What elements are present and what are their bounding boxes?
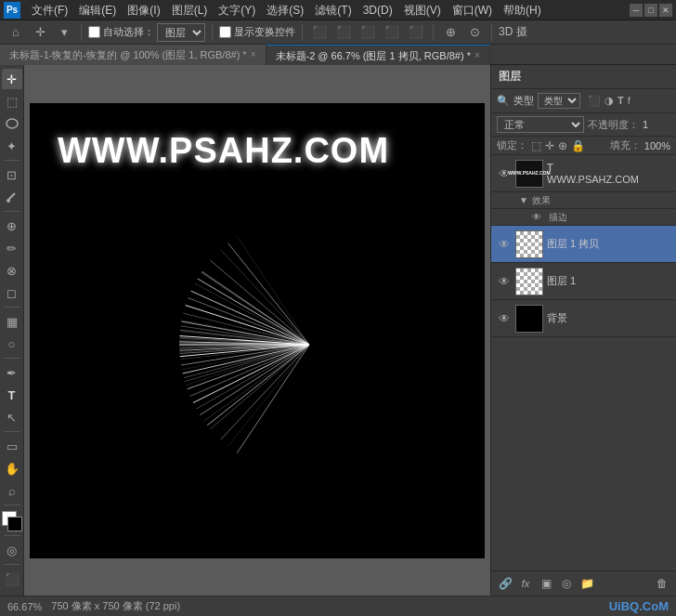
type-filter-dropdown[interactable]: 类型 名称 效果 模式 属性 颜色 [538,93,580,109]
screen-mode-tool[interactable]: ⬛ [2,569,22,589]
gradient-tool[interactable]: ▦ [2,311,22,332]
hand-tool[interactable]: ✋ [2,458,22,478]
filter-adj-icon[interactable]: ◑ [604,95,614,107]
menu-layer[interactable]: 图层(L) [166,0,214,20]
layers-panel-header: 图层 [491,65,676,89]
layer-bg-visibility[interactable]: 👁 [497,311,512,326]
search-icon: 🔍 [497,95,510,107]
lock-checkerboard-icon[interactable]: ⬚ [531,139,541,152]
select-rect-tool[interactable]: ⬚ [2,91,22,111]
menu-image[interactable]: 图像(I) [122,0,165,20]
healing-tool[interactable]: ⊕ [2,216,22,236]
tab-2-close[interactable]: × [474,46,480,66]
tab-1-close[interactable]: × [251,45,256,65]
lock-all-icon[interactable]: 🔒 [571,139,585,152]
blend-mode-dropdown[interactable]: 正常 [497,116,584,133]
search-label: 类型 [514,94,534,108]
eraser-tool[interactable]: ◻ [2,282,22,303]
toolbar: ⌂ ✛ ▾ 自动选择： 图层 显示变换控件 ⬛ ⬛ ⬛ ⬛ ⬛ ⊕ ⊙ 3D 摄 [0,20,676,45]
layer-dropdown[interactable]: 图层 [157,23,205,42]
filter-text-icon[interactable]: T [618,95,624,107]
layer-1copy-thumb [515,230,543,258]
new-group-icon[interactable]: 📁 [578,575,595,592]
text-tool[interactable]: T [2,385,22,405]
align-right-icon[interactable]: ⬛ [358,22,378,43]
move-icon[interactable]: ✛ [30,22,50,43]
menu-window[interactable]: 窗口(W) [447,0,498,20]
svg-line-37 [151,345,309,479]
clone-tool[interactable]: ⊗ [2,260,22,281]
layer-1-visibility[interactable]: 👁 [497,274,512,289]
tab-1[interactable]: 未标题-1-恢复的-恢复的 @ 100% (图层 1, RGB/8#) * × [0,45,266,65]
brush-tool[interactable]: ✏ [2,238,22,258]
lasso-tool[interactable] [2,113,22,134]
distribute2-icon[interactable]: ⬛ [406,22,426,43]
speed-lines-svg [105,205,365,484]
svg-line-29 [105,345,309,461]
move-tool[interactable]: ✛ [2,69,22,89]
magic-wand-tool[interactable]: ✦ [2,136,22,156]
home-icon[interactable]: ⌂ [6,22,26,43]
toolbar-sep-3 [302,24,303,41]
zoom-fit-icon[interactable]: ⊕ [440,22,461,43]
menu-view[interactable]: 视图(V) [398,0,447,20]
canvas-area[interactable]: WWW.PSAHZ.COM [24,65,490,596]
align-left-icon[interactable]: ⬛ [309,22,330,43]
layer-1copy-visibility[interactable]: 👁 [497,237,512,252]
adjustment-icon[interactable]: ◎ [558,575,575,592]
fill-label: 填充： [610,138,641,152]
layers-panel: 图层 🔍 类型 类型 名称 效果 模式 属性 颜色 ⬛ ◑ T f 正常 [490,65,676,596]
tab-2[interactable]: 未标题-2 @ 66.7% (图层 1 拷贝, RGB/8#) * × [266,45,490,65]
maximize-button[interactable]: □ [644,4,657,17]
menu-3d[interactable]: 3D(D) [358,0,398,20]
zoom-actual-icon[interactable]: ⊙ [464,22,485,43]
show-transform-wrap: 显示变换控件 [219,25,295,39]
svg-line-30 [114,345,309,470]
svg-line-26 [105,345,309,419]
quick-mask-tool[interactable]: ◎ [2,540,22,560]
filter-pixel-icon[interactable]: ⬛ [588,95,601,107]
toolbar-dropdown-arrow[interactable]: ▾ [54,22,74,43]
color-swatches[interactable] [2,511,22,531]
distribute-icon[interactable]: ⬛ [382,22,402,43]
delete-layer-icon[interactable]: 🗑 [654,575,670,592]
menu-text[interactable]: 文字(Y) [213,0,261,20]
close-button[interactable]: ✕ [659,4,672,17]
auto-select-checkbox[interactable] [88,26,100,38]
crop-tool[interactable]: ⊡ [2,164,22,185]
zoom-tool[interactable]: ⌕ [2,480,22,501]
pen-tool[interactable]: ✒ [2,362,22,383]
menu-help[interactable]: 帮助(H) [498,0,547,20]
add-mask-icon[interactable]: ▣ [538,575,554,592]
menu-select[interactable]: 选择(S) [261,0,309,20]
layer-text-item[interactable]: 👁 WWW.PSAHZ.COM T WWW.PSAHZ.COM [491,155,676,192]
dodge-tool[interactable]: ○ [2,334,22,354]
minimize-button[interactable]: ─ [630,4,643,17]
lock-label: 锁定： [497,138,527,152]
layer-1-copy-item[interactable]: 👁 图层 1 拷贝 [491,226,676,263]
lock-row: 锁定： ⬚ ✛ ⊕ 🔒 填充： 100% [491,137,676,155]
layer-1-item[interactable]: 👁 图层 1 [491,263,676,300]
stroke-eye-icon[interactable]: 👁 [532,212,541,222]
path-select-tool[interactable]: ↖ [2,407,22,427]
layer-effect-stroke: 👁 描边 [491,209,676,226]
svg-line-38 [179,345,309,484]
layer-effects-icon[interactable]: fx [517,575,534,592]
show-transform-checkbox[interactable] [219,26,231,38]
link-layers-icon[interactable]: 🔗 [497,575,514,592]
menu-edit[interactable]: 编辑(E) [73,0,122,20]
shape-tool[interactable]: ▭ [2,436,22,456]
lock-artboard-icon[interactable]: ⊕ [558,139,567,152]
menu-bar: Ps 文件(F) 编辑(E) 图像(I) 图层(L) 文字(Y) 选择(S) 滤… [0,0,676,20]
filter-shape-icon[interactable]: f [628,95,630,107]
effects-label: 效果 [532,194,551,207]
eyedropper-tool[interactable] [2,187,22,207]
svg-line-6 [105,224,309,345]
lock-move-icon[interactable]: ✛ [545,139,554,152]
align-center-icon[interactable]: ⬛ [333,22,354,43]
layer-effect-group: ▼ 效果 [491,192,676,209]
stroke-label: 描边 [549,211,567,224]
layer-bg-item[interactable]: 👁 背景 [491,300,676,337]
menu-filter[interactable]: 滤镜(T) [309,0,357,20]
menu-file[interactable]: 文件(F) [26,0,73,20]
